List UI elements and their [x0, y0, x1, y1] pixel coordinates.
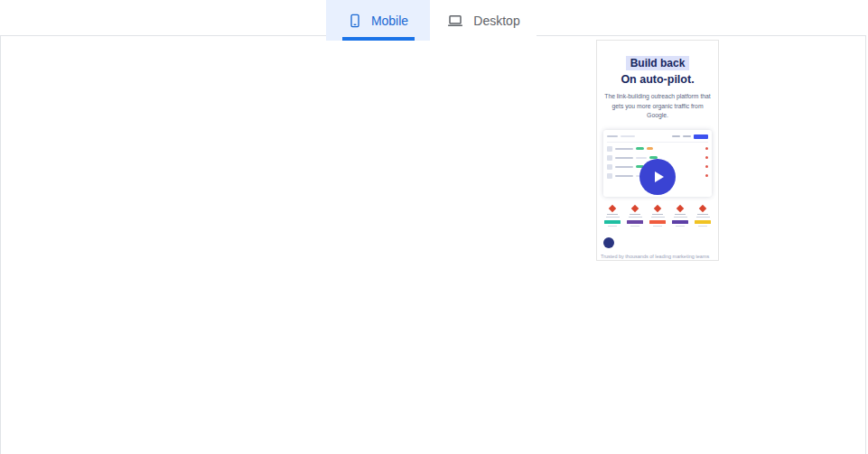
thumb-table-row [607, 144, 708, 153]
page-screenshot-thumbnail: Build back On auto-pilot. The link-build… [596, 40, 719, 261]
decor-line [683, 135, 691, 137]
alert-dot [705, 174, 708, 177]
phone-icon [348, 13, 362, 29]
alert-dot [705, 147, 708, 150]
award-badge [694, 205, 712, 229]
thumb-app-button [694, 134, 708, 139]
award-badge [671, 205, 689, 229]
laptop-icon [446, 13, 464, 29]
thumb-dashboard-preview [603, 130, 712, 197]
thumb-avatar [607, 155, 612, 161]
status-pill-orange [647, 147, 653, 151]
tab-desktop[interactable]: Desktop [430, 0, 537, 41]
tab-mobile-label: Mobile [371, 14, 408, 28]
thumb-logo-icon [603, 237, 614, 248]
active-tab-indicator [342, 37, 415, 41]
thumb-description: The link-building outreach platform that… [604, 92, 711, 121]
thumb-headline: On auto-pilot. [597, 73, 718, 86]
alert-dot [705, 165, 708, 168]
decor-line [672, 135, 680, 137]
decor-line [621, 135, 635, 137]
divider [607, 142, 708, 143]
tab-mobile[interactable]: Mobile [326, 0, 430, 41]
play-icon [639, 159, 676, 195]
award-badge [649, 205, 667, 229]
tab-desktop-label: Desktop [473, 14, 519, 28]
award-badge [626, 205, 644, 229]
award-badge [603, 205, 621, 229]
status-pill-green [636, 147, 644, 151]
decor-line [607, 135, 618, 137]
play-triangle [655, 171, 664, 182]
thumb-headline-highlight: Build back [626, 56, 690, 70]
thumb-caption: Trusted by thousands of leading marketin… [601, 254, 718, 259]
thumb-award-badges [597, 205, 718, 229]
thumb-avatar [607, 146, 612, 152]
thumb-avatar [607, 173, 612, 179]
pagespeed-report: Mobile Desktop 98 Performance Values are… [0, 0, 868, 454]
alert-dot [705, 156, 708, 159]
report-card [0, 35, 866, 454]
thumb-app-header [607, 134, 708, 140]
thumb-avatar [607, 164, 612, 170]
